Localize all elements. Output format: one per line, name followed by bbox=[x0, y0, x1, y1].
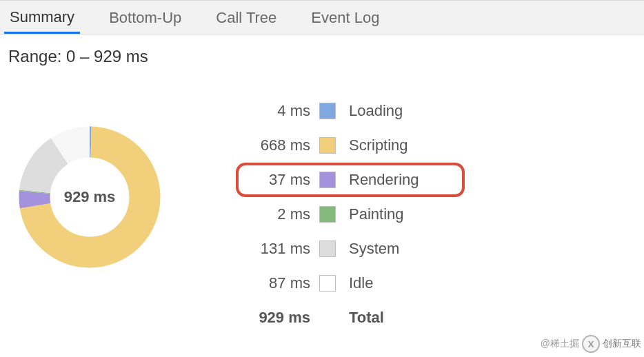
tabs-bar: Summary Bottom-Up Call Tree Event Log bbox=[0, 0, 644, 34]
legend-ms: 668 ms bbox=[241, 136, 310, 154]
legend-swatch-cell bbox=[310, 103, 345, 119]
legend-ms: 37 ms bbox=[241, 171, 310, 189]
color-swatch-icon bbox=[319, 172, 336, 188]
legend-row-rendering: 37 msRendering bbox=[241, 163, 455, 197]
color-swatch-icon bbox=[319, 206, 336, 223]
watermark-badge: X 创新互联 bbox=[582, 335, 641, 353]
color-swatch-icon bbox=[319, 241, 336, 257]
tab-bottom-up[interactable]: Bottom-Up bbox=[103, 2, 187, 32]
donut-chart: 929 ms bbox=[14, 121, 165, 273]
legend-ms: 2 ms bbox=[241, 205, 310, 223]
color-swatch-icon bbox=[319, 275, 336, 292]
watermark-text: @稀土掘 bbox=[541, 338, 579, 350]
tab-summary[interactable]: Summary bbox=[4, 1, 80, 34]
legend-swatch-cell bbox=[310, 241, 345, 257]
legend-row-idle: 87 msIdle bbox=[241, 266, 455, 300]
donut-chart-wrap: 929 ms bbox=[0, 87, 179, 273]
watermark-badge-icon: X bbox=[582, 335, 600, 353]
watermark: @稀土掘 X 创新互联 bbox=[541, 335, 641, 353]
legend-row-loading: 4 msLoading bbox=[241, 94, 455, 128]
legend-ms: 4 ms bbox=[241, 102, 310, 120]
summary-panel: 929 ms 4 msLoading668 msScripting37 msRe… bbox=[0, 73, 644, 335]
legend-swatch-cell bbox=[310, 172, 345, 188]
legend-row-scripting: 668 msScripting bbox=[241, 128, 455, 163]
color-swatch-icon bbox=[319, 103, 336, 119]
legend-swatch-cell bbox=[310, 137, 345, 154]
legend-label: Idle bbox=[345, 274, 455, 292]
range-text: Range: 0 – 929 ms bbox=[0, 34, 644, 73]
legend-label: Loading bbox=[345, 102, 455, 120]
legend-label: Painting bbox=[345, 205, 455, 223]
legend-swatch-cell bbox=[310, 275, 345, 292]
tab-event-log[interactable]: Event Log bbox=[305, 2, 385, 32]
legend-ms: 131 ms bbox=[241, 240, 310, 258]
donut-center-label: 929 ms bbox=[14, 121, 165, 273]
legend-swatch-cell bbox=[310, 206, 345, 223]
legend-row-total: 929 msTotal bbox=[241, 300, 455, 335]
legend-ms: 87 ms bbox=[241, 274, 310, 292]
legend-row-system: 131 msSystem bbox=[241, 232, 455, 266]
watermark-badge-text: 创新互联 bbox=[603, 338, 641, 350]
tab-call-tree[interactable]: Call Tree bbox=[210, 2, 282, 32]
legend-ms: 929 ms bbox=[241, 309, 310, 327]
legend-label: Scripting bbox=[345, 136, 455, 154]
legend-label: Rendering bbox=[345, 171, 455, 189]
legend-label: Total bbox=[345, 309, 455, 327]
legend-row-painting: 2 msPainting bbox=[241, 197, 455, 232]
color-swatch-icon bbox=[319, 137, 336, 154]
legend-label: System bbox=[345, 240, 455, 258]
legend-table: 4 msLoading668 msScripting37 msRendering… bbox=[179, 87, 455, 335]
